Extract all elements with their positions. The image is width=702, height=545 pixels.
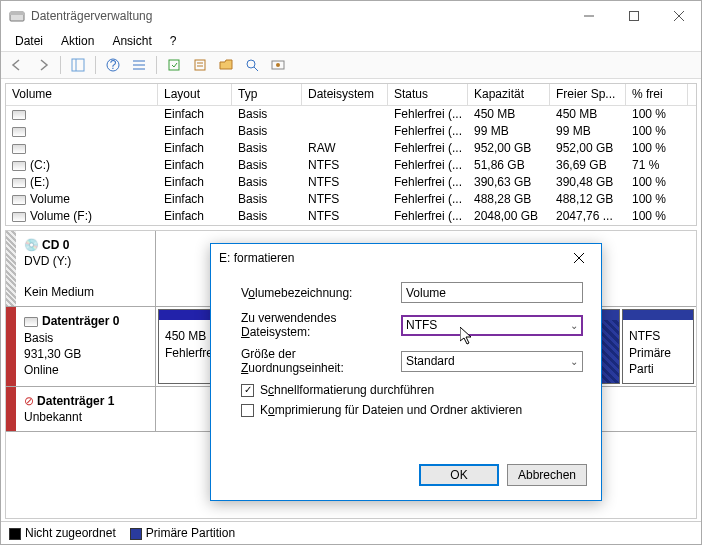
col-free[interactable]: Freier Sp... — [550, 84, 626, 105]
checkbox-icon — [241, 404, 254, 417]
select-allocation-value: Standard — [406, 354, 455, 368]
forward-button[interactable] — [31, 53, 55, 77]
legend-primary: Primäre Partition — [130, 526, 235, 540]
disk-status: Online — [24, 363, 59, 377]
checkbox-compress[interactable]: Komprimierung für Dateien und Ordner akt… — [241, 403, 583, 417]
disk-icon — [24, 314, 42, 328]
titlebar: Datenträgerverwaltung — [1, 1, 701, 31]
table-row[interactable]: EinfachBasisRAWFehlerfrei (...952,00 GB9… — [6, 140, 696, 157]
input-volumename[interactable] — [401, 282, 583, 303]
ok-button[interactable]: OK — [419, 464, 499, 486]
menu-action[interactable]: Aktion — [53, 32, 102, 50]
disk-status: Kein Medium — [24, 285, 94, 299]
svg-text:?: ? — [110, 58, 117, 72]
disc-icon: 💿 — [24, 238, 39, 252]
part-fs: NTFS — [629, 329, 660, 343]
select-filesystem[interactable]: NTFS ⌄ — [401, 315, 583, 336]
disk-type: Basis — [24, 331, 53, 345]
col-volume[interactable]: Volume — [6, 84, 158, 105]
disk-line2: DVD (Y:) — [24, 254, 71, 268]
format-dialog: E: formatieren Volumebezeichnung: Zu ver… — [210, 243, 602, 501]
close-button[interactable] — [656, 1, 701, 31]
back-button[interactable] — [5, 53, 29, 77]
chevron-down-icon: ⌄ — [570, 356, 578, 367]
svg-rect-13 — [169, 60, 179, 70]
part-size: 450 MB — [165, 329, 206, 343]
drive-icon — [12, 127, 26, 137]
col-capacity[interactable]: Kapazität — [468, 84, 550, 105]
label-volumename: Volumebezeichnung: — [241, 286, 401, 300]
part-state: Fehlerfrei — [165, 346, 216, 360]
list-header: Volume Layout Typ Dateisystem Status Kap… — [6, 84, 696, 106]
partition-last[interactable]: NTFS Primäre Parti — [622, 309, 694, 384]
partition-1[interactable]: 450 MB Fehlerfrei — [158, 309, 218, 384]
table-row[interactable]: EinfachBasisFehlerfrei (...99 MB99 MB100… — [6, 123, 696, 140]
settings-button[interactable] — [266, 53, 290, 77]
refresh-button[interactable] — [162, 53, 186, 77]
checkbox-icon: ✓ — [241, 384, 254, 397]
label-allocation: Größe der Zuordnungseinheit: — [241, 347, 401, 375]
window-title: Datenträgerverwaltung — [31, 9, 566, 23]
col-status[interactable]: Status — [388, 84, 468, 105]
app-icon — [9, 8, 25, 24]
checkbox-compress-label: Komprimierung für Dateien und Ordner akt… — [260, 403, 522, 417]
disk-size: 931,30 GB — [24, 347, 81, 361]
svg-rect-6 — [72, 59, 84, 71]
list-button[interactable] — [127, 53, 151, 77]
col-type[interactable]: Typ — [232, 84, 302, 105]
label-filesystem: Zu verwendendes Dateisystem: — [241, 311, 401, 339]
open-button[interactable] — [214, 53, 238, 77]
maximize-button[interactable] — [611, 1, 656, 31]
drive-icon — [12, 212, 26, 222]
menu-file[interactable]: Datei — [7, 32, 51, 50]
volume-list[interactable]: Volume Layout Typ Dateisystem Status Kap… — [5, 83, 697, 226]
legend-unallocated: Nicht zugeordnet — [9, 526, 116, 540]
select-allocation[interactable]: Standard ⌄ — [401, 351, 583, 372]
warning-icon: ⊘ — [24, 394, 34, 408]
help-button[interactable]: ? — [101, 53, 125, 77]
disk-title: Datenträger 0 — [42, 314, 119, 328]
cancel-button[interactable]: Abbrechen — [507, 464, 587, 486]
svg-point-20 — [276, 63, 280, 67]
rescan-button[interactable] — [240, 53, 264, 77]
dialog-title: E: formatieren — [219, 251, 565, 265]
table-row[interactable]: (E:)EinfachBasisNTFSFehlerfrei (...390,6… — [6, 174, 696, 191]
drive-icon — [12, 161, 26, 171]
col-layout[interactable]: Layout — [158, 84, 232, 105]
disk-title: Datenträger 1 — [37, 394, 114, 408]
svg-rect-3 — [629, 12, 638, 21]
minimize-button[interactable] — [566, 1, 611, 31]
checkbox-quickformat[interactable]: ✓ Schnellformatierung durchführen — [241, 383, 583, 397]
table-row[interactable]: (C:)EinfachBasisNTFSFehlerfrei (...51,86… — [6, 157, 696, 174]
chevron-down-icon: ⌄ — [570, 320, 578, 331]
drive-icon — [12, 144, 26, 154]
legend: Nicht zugeordnet Primäre Partition — [1, 521, 701, 544]
drive-icon — [12, 195, 26, 205]
disk-status: Unbekannt — [24, 410, 82, 424]
table-row[interactable]: VolumeEinfachBasisNTFSFehlerfrei (...488… — [6, 191, 696, 208]
svg-point-17 — [247, 60, 255, 68]
menu-view[interactable]: Ansicht — [104, 32, 159, 50]
menubar: Datei Aktion Ansicht ? — [1, 31, 701, 51]
svg-line-18 — [254, 67, 258, 71]
svg-rect-1 — [10, 12, 24, 15]
menu-help[interactable]: ? — [162, 32, 185, 50]
dialog-close-button[interactable] — [565, 244, 593, 272]
drive-icon — [12, 110, 26, 120]
disk-title: CD 0 — [42, 238, 69, 252]
dialog-titlebar: E: formatieren — [211, 244, 601, 272]
select-filesystem-value: NTFS — [406, 318, 437, 332]
col-percent[interactable]: % frei — [626, 84, 688, 105]
svg-rect-14 — [195, 60, 205, 70]
checkbox-quickformat-label: Schnellformatierung durchführen — [260, 383, 434, 397]
show-hide-button[interactable] — [66, 53, 90, 77]
toolbar: ? — [1, 51, 701, 79]
part-state: Primäre Parti — [629, 346, 671, 376]
col-filesystem[interactable]: Dateisystem — [302, 84, 388, 105]
properties-button[interactable] — [188, 53, 212, 77]
drive-icon — [12, 178, 26, 188]
table-row[interactable]: Volume (F:)EinfachBasisNTFSFehlerfrei (.… — [6, 208, 696, 225]
table-row[interactable]: EinfachBasisFehlerfrei (...450 MB450 MB1… — [6, 106, 696, 123]
